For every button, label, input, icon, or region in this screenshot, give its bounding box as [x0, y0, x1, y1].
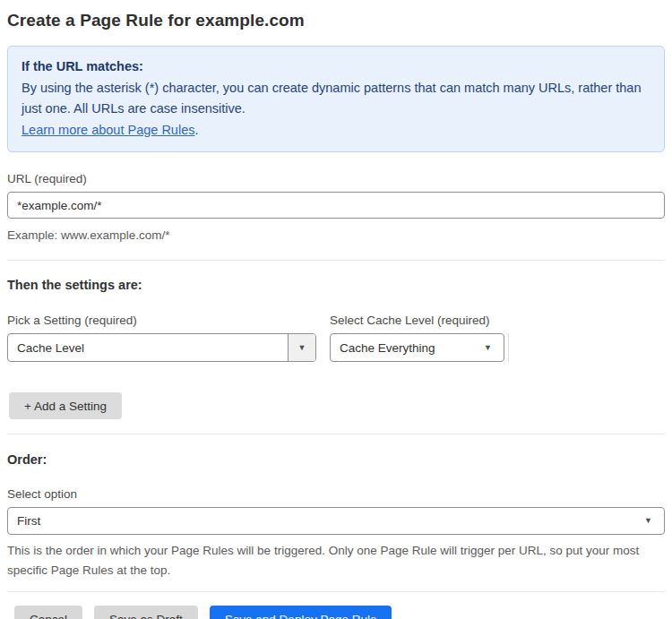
order-select-label: Select option [7, 487, 665, 501]
setting-vertical-divider [508, 333, 509, 362]
cache-level-picker-wrap: Select Cache Level (required) Cache Ever… [330, 314, 509, 362]
chevron-down-icon: ▼ [644, 517, 664, 525]
divider [7, 434, 665, 434]
info-box-heading: If the URL matches: [22, 56, 650, 78]
chevron-down-icon: ▼ [484, 344, 504, 352]
url-match-info-box: If the URL matches: By using the asteris… [7, 46, 665, 152]
info-box-body: By using the asterisk (*) character, you… [22, 78, 650, 120]
setting-picker-label: Pick a Setting (required) [7, 314, 330, 327]
settings-section-heading: Then the settings are: [7, 278, 665, 292]
info-box-link-line: Learn more about Page Rules. [22, 120, 650, 142]
order-section-heading: Order: [7, 452, 665, 467]
cache-level-row: Cache Everything ▼ [330, 333, 509, 362]
setting-picker-value: Cache Level [8, 341, 288, 355]
cache-level-value: Cache Everything [331, 341, 484, 355]
cache-level-dropdown[interactable]: Cache Everything ▼ [330, 333, 504, 362]
setting-picker-arrow-button[interactable]: ▼ [288, 334, 315, 361]
save-as-draft-button[interactable]: Save as Draft [94, 606, 198, 619]
footer-buttons: Cancel Save as Draft Save and Deploy Pag… [14, 606, 665, 619]
order-selected-value: First [8, 514, 644, 528]
url-field-helper: Example: www.example.com/* [7, 226, 665, 245]
cache-level-label: Select Cache Level (required) [330, 314, 509, 327]
setting-picker-column: Pick a Setting (required) Cache Level ▼ [7, 314, 330, 362]
save-and-deploy-button[interactable]: Save and Deploy Page Rule [210, 606, 392, 619]
link-suffix: . [194, 123, 198, 137]
learn-more-link[interactable]: Learn more about Page Rules [22, 123, 194, 137]
divider [7, 591, 665, 592]
cancel-button[interactable]: Cancel [14, 606, 82, 619]
cache-level-column: Select Cache Level (required) Cache Ever… [330, 314, 509, 362]
order-helper-text: This is the order in which your Page Rul… [7, 541, 645, 580]
setting-picker-dropdown[interactable]: Cache Level ▼ [7, 333, 316, 362]
page-title: Create a Page Rule for example.com [7, 11, 665, 30]
divider [7, 260, 665, 261]
url-field-label: URL (required) [7, 172, 665, 185]
order-dropdown[interactable]: First ▼ [7, 507, 665, 535]
settings-row: Pick a Setting (required) Cache Level ▼ … [7, 314, 665, 362]
chevron-down-icon: ▼ [298, 344, 306, 352]
url-input[interactable] [7, 192, 665, 219]
add-setting-button[interactable]: + Add a Setting [9, 392, 122, 419]
